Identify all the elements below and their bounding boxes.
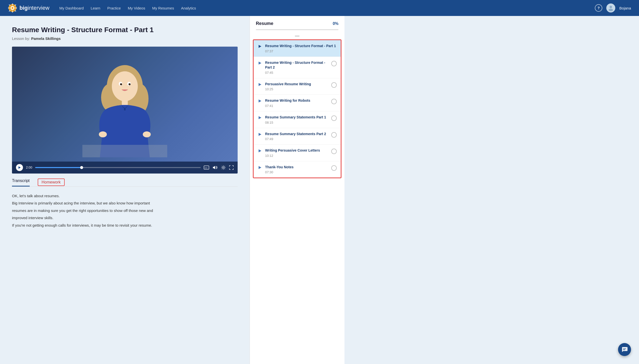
tab-homework[interactable]: Homework bbox=[38, 178, 65, 186]
sidebar-collapse-button[interactable]: — bbox=[250, 32, 344, 40]
avatar bbox=[606, 4, 615, 12]
svg-text:CC: CC bbox=[205, 167, 208, 169]
svg-rect-39 bbox=[623, 348, 626, 349]
svg-line-10 bbox=[15, 5, 16, 6]
help-button[interactable]: ? bbox=[595, 4, 602, 12]
volume-button[interactable] bbox=[213, 166, 218, 170]
svg-point-11 bbox=[609, 6, 612, 8]
playlist-container: Resume Writing - Structure Format - Part… bbox=[253, 40, 341, 178]
progress-bar[interactable] bbox=[35, 167, 201, 168]
navbar: biginterview My Dashboard Learn Practice… bbox=[0, 0, 639, 16]
transcript-line-3: resumes are in making sure you get the r… bbox=[12, 208, 238, 214]
playlist-item-title-4: Resume Summary Statements Part 1 bbox=[265, 115, 328, 120]
content-area: Resume Writing - Structure Format - Part… bbox=[0, 16, 250, 364]
sidebar-progress-bar bbox=[256, 29, 338, 30]
nav-my-resumes[interactable]: My Resumes bbox=[152, 6, 174, 10]
playlist-item-check-2[interactable] bbox=[331, 82, 337, 88]
playlist-item-check-7[interactable] bbox=[331, 165, 337, 171]
tab-transcript[interactable]: Transcript bbox=[12, 178, 30, 186]
svg-point-24 bbox=[143, 132, 151, 137]
playlist-item-content-3: Resume Writing for Robots 07:41 bbox=[265, 98, 328, 108]
transcript-line-1: OK, let's talk about resumes. bbox=[12, 193, 238, 199]
play-icon-2 bbox=[258, 82, 262, 87]
playlist-item-content-5: Resume Summary Statements Part 2 07:49 bbox=[265, 132, 328, 141]
svg-line-7 bbox=[9, 5, 10, 6]
play-icon-3 bbox=[258, 99, 262, 103]
playlist-item-duration-4: 08:15 bbox=[265, 121, 328, 124]
svg-marker-38 bbox=[259, 166, 261, 169]
playlist-item-title-5: Resume Summary Statements Part 2 bbox=[265, 132, 328, 136]
sidebar-progress: 0% bbox=[333, 22, 338, 26]
nav-practice[interactable]: Practice bbox=[107, 6, 121, 10]
user-name: Bojana bbox=[619, 6, 631, 10]
playlist-item[interactable]: Persuasive Resume Writing 10:25 bbox=[254, 78, 341, 95]
settings-button[interactable] bbox=[221, 165, 226, 170]
video-player[interactable]: 2:00 CC bbox=[12, 46, 238, 174]
svg-point-2 bbox=[12, 7, 14, 9]
brand-logo-icon bbox=[8, 4, 17, 12]
svg-line-9 bbox=[9, 10, 10, 12]
progress-fill bbox=[35, 167, 82, 168]
play-icon-1 bbox=[258, 61, 262, 65]
playlist-item[interactable]: Resume Summary Statements Part 1 08:15 bbox=[254, 112, 341, 128]
play-icon-5 bbox=[258, 132, 262, 136]
playlist-item-duration-2: 10:25 bbox=[265, 87, 328, 91]
chat-icon bbox=[621, 346, 628, 353]
svg-rect-25 bbox=[82, 145, 167, 157]
playlist-item-duration-0: 07:37 bbox=[265, 49, 337, 53]
playlist-item[interactable]: Writing Persuasive Cover Letters 10:12 bbox=[254, 144, 341, 161]
svg-marker-35 bbox=[259, 116, 261, 119]
playlist-item[interactable]: Resume Writing for Robots 07:41 bbox=[254, 95, 341, 112]
navbar-right: ? Bojana bbox=[595, 4, 631, 12]
playlist-item-title-7: Thank-You Notes bbox=[265, 165, 328, 170]
playlist-item-check-5[interactable] bbox=[331, 132, 337, 138]
playlist-item-content-6: Writing Persuasive Cover Letters 10:12 bbox=[265, 148, 328, 158]
transcript-content: OK, let's talk about resumes. Big Interv… bbox=[12, 193, 238, 228]
playlist-item-duration-7: 07:30 bbox=[265, 170, 328, 174]
play-icon-6 bbox=[258, 148, 262, 153]
playlist-item-check-4[interactable] bbox=[331, 116, 337, 121]
svg-marker-34 bbox=[259, 100, 261, 102]
sidebar: Resume 0% — Resume Writing - Structure F… bbox=[250, 16, 344, 364]
nav-my-dashboard[interactable]: My Dashboard bbox=[59, 6, 84, 10]
playlist-item-check-3[interactable] bbox=[331, 99, 337, 104]
nav-analytics[interactable]: Analytics bbox=[181, 6, 196, 10]
svg-point-16 bbox=[112, 71, 138, 101]
svg-point-23 bbox=[99, 132, 107, 137]
playlist-item-title-0: Resume Writing - Structure Format - Part… bbox=[265, 44, 337, 48]
presenter-figure bbox=[82, 62, 167, 157]
nav-links: My Dashboard Learn Practice My Videos My… bbox=[59, 6, 196, 10]
svg-point-19 bbox=[120, 83, 122, 85]
nav-learn[interactable]: Learn bbox=[91, 6, 100, 10]
nav-my-videos[interactable]: My Videos bbox=[128, 6, 145, 10]
lesson-by: Lesson by: Pamela Skillings bbox=[12, 36, 238, 41]
svg-marker-32 bbox=[259, 62, 261, 64]
playlist-item-check-1[interactable] bbox=[331, 61, 337, 66]
svg-line-8 bbox=[15, 10, 16, 12]
playlist-item[interactable]: Resume Writing - Structure Format - Part… bbox=[254, 57, 341, 78]
transcript-line-4: improved interview skills. bbox=[12, 215, 238, 221]
svg-marker-31 bbox=[259, 45, 261, 48]
playlist-item-check-6[interactable] bbox=[331, 148, 337, 154]
fullscreen-button[interactable] bbox=[229, 165, 234, 170]
brand-text: biginterview bbox=[20, 5, 49, 11]
playlist-item-title-1: Resume Writing - Structure Format - Part… bbox=[265, 60, 328, 70]
video-control-icons: CC bbox=[204, 165, 234, 170]
tabs-row: Transcript Homework bbox=[12, 178, 238, 187]
playlist-item[interactable]: Resume Summary Statements Part 2 07:49 bbox=[254, 128, 341, 145]
brand-logo-link[interactable]: biginterview bbox=[8, 4, 49, 12]
play-button[interactable] bbox=[16, 164, 23, 171]
transcript-line-5: If you're not getting enough calls for i… bbox=[12, 222, 238, 228]
main-container: Resume Writing - Structure Format - Part… bbox=[0, 16, 639, 364]
svg-rect-40 bbox=[623, 350, 625, 350]
playlist-item-content-2: Persuasive Resume Writing 10:25 bbox=[265, 82, 328, 91]
cc-button[interactable]: CC bbox=[204, 166, 209, 170]
chat-fab-button[interactable] bbox=[618, 343, 631, 356]
progress-thumb bbox=[80, 166, 83, 169]
playlist-item[interactable]: Resume Writing - Structure Format - Part… bbox=[254, 40, 341, 57]
sidebar-header: Resume 0% bbox=[250, 16, 344, 29]
video-content bbox=[12, 46, 238, 174]
transcript-line-2: Big Interview is primarily about acing t… bbox=[12, 200, 238, 206]
svg-point-12 bbox=[608, 9, 613, 11]
playlist-item[interactable]: Thank-You Notes 07:30 bbox=[254, 161, 341, 178]
